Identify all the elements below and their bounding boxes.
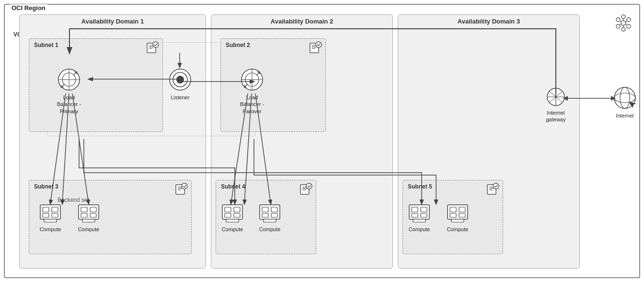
compute5-label: Compute [409, 226, 430, 233]
compute-5-icon: Compute [408, 204, 430, 233]
ad1-label: Availability Domain 1 [20, 18, 206, 25]
compute4-label: Compute [259, 226, 281, 233]
security-list-icon-2 [309, 41, 322, 54]
internet-icon: Internet [612, 85, 637, 119]
oci-region: OCI Region VCN Availability Domain 1 Ava… [4, 4, 640, 278]
backend-set-label: Backend set [58, 197, 89, 203]
svg-point-4 [153, 42, 159, 47]
compute3-label: Compute [222, 226, 243, 233]
svg-line-91 [620, 24, 621, 25]
svg-point-30 [176, 76, 184, 83]
subnet1-label: Subnet 1 [34, 42, 58, 48]
lb-failover-icon: LoadBalancer -Failover [240, 67, 264, 115]
svg-line-88 [625, 21, 627, 22]
svg-point-14 [182, 183, 187, 189]
security-list-icon-5 [486, 182, 500, 196]
compute6-label: Compute [447, 226, 469, 233]
svg-point-82 [627, 18, 631, 22]
diagram-container: OCI Region VCN Availability Domain 1 Ava… [0, 0, 644, 283]
internet-label: Internet [616, 112, 633, 119]
subnet3-label: Subnet 3 [34, 183, 58, 190]
security-list-icon-4 [299, 182, 313, 196]
subnet-1: Subnet 1 [29, 38, 163, 132]
svg-point-81 [621, 15, 625, 19]
compute-2-icon: Compute [78, 204, 100, 233]
compute-6-icon: Compute [447, 204, 469, 233]
svg-line-92 [620, 21, 621, 22]
svg-rect-47 [82, 219, 95, 222]
lb-primary-label: LoadBalancer -Primary [57, 94, 81, 115]
subnet4-label: Subnet 4 [221, 183, 245, 190]
svg-line-89 [625, 24, 627, 25]
oci-region-label: OCI Region [10, 4, 47, 12]
network-cluster-icon [615, 14, 632, 32]
lb-primary-icon: LoadBalancer -Primary [57, 67, 81, 115]
security-list-icon-3 [175, 182, 188, 196]
compute-4-icon: Compute [259, 204, 281, 233]
internet-gateway-label: Internetgateway [546, 109, 566, 123]
svg-point-19 [306, 183, 312, 189]
svg-rect-65 [413, 219, 426, 222]
compute1-label: Compute [40, 226, 61, 233]
compute2-label: Compute [78, 226, 100, 233]
svg-rect-41 [44, 219, 57, 222]
compute-1-icon: Compute [39, 204, 61, 233]
svg-rect-53 [226, 219, 239, 222]
svg-rect-59 [264, 219, 276, 222]
ad3-label: Availability Domain 3 [398, 18, 579, 25]
svg-point-83 [627, 24, 631, 28]
svg-point-9 [316, 42, 322, 47]
listener-icon: Listener [168, 67, 193, 101]
svg-point-24 [493, 183, 499, 189]
svg-point-84 [621, 27, 625, 31]
internet-gateway-icon: Internetgateway [545, 86, 566, 123]
compute-3-icon: Compute [221, 204, 243, 233]
svg-rect-71 [451, 219, 464, 222]
security-list-icon-1 [146, 41, 160, 54]
lb-failover-label: LoadBalancer -Failover [240, 94, 264, 115]
svg-point-80 [621, 21, 626, 25]
subnet2-label: Subnet 2 [226, 42, 250, 48]
ad2-label: Availability Domain 2 [211, 18, 392, 25]
svg-point-85 [616, 24, 620, 28]
svg-point-86 [616, 18, 620, 22]
subnet-2: Subnet 2 [220, 38, 326, 132]
subnet5-label: Subnet 5 [408, 183, 432, 190]
listener-label: Listener [171, 94, 189, 101]
